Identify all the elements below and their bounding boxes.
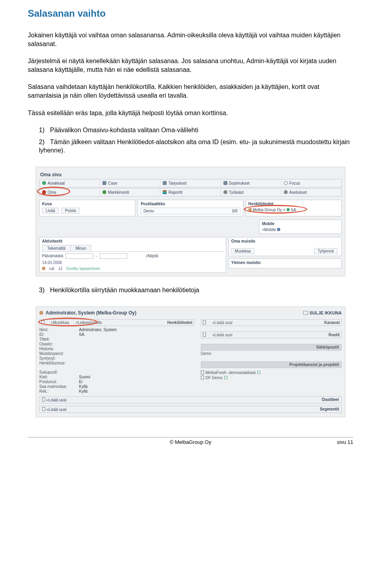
fields-block-1: Nimi:Adminstrator, System ID:SA Titteli:… bbox=[39, 328, 194, 365]
k-osasto: Osasto: bbox=[39, 342, 79, 346]
step-3-text: Henkilökortilla siirrytään muokkaamaan h… bbox=[50, 287, 199, 293]
tools-icon bbox=[223, 190, 227, 194]
screenshot-henkilokortti: Adminstrator, System (Melba-Group Oy) SU… bbox=[36, 307, 345, 417]
tab-case[interactable]: Case bbox=[100, 179, 160, 187]
btn-lisaa[interactable]: Lisää bbox=[42, 208, 59, 214]
tab-tarjoukset[interactable]: Tarjoukset bbox=[160, 179, 221, 187]
panel-aktiv-title: Aktiviteetit bbox=[42, 239, 223, 243]
panel-yleinen-title: Yleinen muistio bbox=[231, 260, 339, 265]
step-2-text: Tämän jälkeen valitaan Henkilötiedot-ala… bbox=[39, 139, 350, 154]
sahko-value: Demo bbox=[201, 351, 342, 356]
fields-block-2: Sukupuoli: Kieli:Suomi Poistunut:Ei Saa … bbox=[39, 370, 194, 393]
panel-mobile: Mobile >Mobile bbox=[259, 220, 342, 234]
tab-asetukset-label: Asetukset bbox=[289, 190, 307, 195]
panel-oma-muistio: Oma muistio Muokkaa Tyhjennä bbox=[229, 237, 342, 256]
btn-tyhjenna[interactable]: Tyhjennä bbox=[314, 248, 337, 254]
tab-sopimukset-label: Sopimukset bbox=[229, 181, 250, 185]
page-footer: © MelbaGroup Oy sivu 11 bbox=[28, 437, 353, 445]
panel-postilaatikko: Postilaatikko Demo 0/0 bbox=[138, 200, 243, 216]
subtab-minun[interactable]: Minun bbox=[70, 245, 91, 251]
page-title: Salasanan vaihto bbox=[28, 0, 353, 31]
date-from-input[interactable] bbox=[65, 253, 93, 259]
v-id: SA bbox=[79, 332, 84, 337]
bar-henkilotiedot: Henkilötiedot bbox=[167, 320, 192, 325]
action-bar: »Muokkaa >Leikepöydälle Henkilötiedot bbox=[39, 319, 194, 326]
k-rek: Rek.: bbox=[39, 389, 79, 393]
show-link[interactable]: >Näytä bbox=[146, 254, 158, 258]
tab-raportit[interactable]: Raportit bbox=[160, 189, 221, 196]
k-titteli: Titteli: bbox=[39, 337, 79, 341]
panel-aktiviteetit: Aktiviteetit Tekemättä Minun Päivämäärä … bbox=[39, 237, 226, 273]
panel-omamuistio-title: Oma muistio bbox=[231, 239, 339, 243]
bar-osoitteet: »Lisää uusi Osoitteet bbox=[39, 396, 342, 403]
subtab-tekematta[interactable]: Tekemättä bbox=[42, 245, 71, 251]
mobile-link[interactable]: >Mobile bbox=[262, 227, 339, 232]
tab-case-label: Case bbox=[108, 181, 117, 185]
date-to-input[interactable] bbox=[100, 253, 127, 259]
label-segmentit: Segmentit bbox=[320, 407, 339, 412]
doc-icon bbox=[203, 320, 206, 324]
para-2: Järjestelmä ei näytä kenellekään käyttäj… bbox=[28, 57, 353, 74]
chart-icon bbox=[163, 190, 167, 194]
step-1: 1)Päävalikon Omasivu-kohdasta valitaan O… bbox=[39, 126, 353, 135]
panel-kuva-title: Kuva bbox=[42, 202, 133, 206]
v-poistunut: Ei bbox=[79, 380, 83, 384]
oma-sivu-heading: Oma sivu bbox=[39, 170, 342, 179]
panel-yleinen-muistio: Yleinen muistio bbox=[229, 258, 342, 268]
proj-1-label: MelbaFresh -demoasiakkaat bbox=[206, 370, 256, 375]
link-lisaa-roolit[interactable]: »Lisää uusi bbox=[212, 333, 233, 337]
k-nimi: Nimi: bbox=[39, 328, 79, 332]
tab-raportit-label: Raportit bbox=[168, 190, 182, 195]
case-icon bbox=[102, 181, 106, 185]
doc-icon bbox=[42, 397, 45, 401]
aktiv-date-row: 14.03.2008 bbox=[42, 260, 223, 265]
link-lisaa-kanavat[interactable]: »Lisää uusi bbox=[212, 320, 233, 325]
tab-markkinointi[interactable]: Markkinointi bbox=[100, 189, 160, 196]
settings-icon bbox=[284, 190, 288, 194]
link-lisaa-segmentit[interactable]: »Lisää uusi bbox=[46, 407, 67, 412]
tabrow-2: Oma Markkinointi Raportit Työkalut Asetu… bbox=[39, 188, 342, 197]
close-window[interactable]: SULJE IKKUNA bbox=[303, 310, 342, 315]
label-roolit: Roolit bbox=[329, 333, 340, 337]
doc-icon bbox=[42, 407, 45, 411]
k-saamainostaa: Saa mainostaa: bbox=[39, 384, 79, 389]
printer-icon bbox=[303, 311, 308, 315]
postbox-row[interactable]: Demo 0/0 bbox=[140, 208, 240, 214]
highlight-muokkaa bbox=[38, 318, 98, 326]
k-historia: Historia: bbox=[39, 347, 79, 351]
tab-sopimukset[interactable]: Sopimukset bbox=[221, 179, 281, 187]
proj-item-1[interactable]: MelbaFresh -demoasiakkaat bbox=[201, 370, 342, 375]
contract-icon bbox=[223, 181, 227, 185]
tab-asiakkaat[interactable]: Asiakkaat bbox=[40, 179, 100, 187]
step-2: 2)Tämän jälkeen valitaan Henkilötiedot-a… bbox=[39, 138, 353, 155]
aktiv-subtabs: Tekemättä Minun bbox=[42, 245, 223, 252]
proj-item-2[interactable]: DF Demo bbox=[201, 376, 342, 380]
mobile-icon bbox=[277, 228, 280, 231]
k-syntynyt: Syntynyt: bbox=[39, 356, 79, 361]
tab-asetukset[interactable]: Asetukset bbox=[281, 189, 341, 196]
tab-tyokalut-label: Työkalut bbox=[229, 190, 244, 195]
tab-tyokalut[interactable]: Työkalut bbox=[221, 189, 281, 196]
btn-poista[interactable]: Poista bbox=[62, 208, 80, 214]
ext-link-icon bbox=[257, 371, 260, 374]
label-sahkopostit: Sähköpostit bbox=[316, 345, 339, 349]
aktiv-jj: JJ bbox=[58, 266, 62, 271]
aktiv-item-row[interactable]: cal JJ Sovittu tapaaminen bbox=[42, 266, 223, 271]
mobile-link-text: >Mobile bbox=[262, 227, 276, 232]
highlight-henkilotiedot bbox=[244, 205, 307, 214]
folder-icon bbox=[201, 370, 204, 374]
tab-markkinointi-label: Markkinointi bbox=[108, 190, 129, 195]
close-label: SULJE IKKUNA bbox=[310, 310, 342, 315]
aktiv-cal: cal bbox=[49, 266, 54, 271]
k-kieli: Kieli: bbox=[39, 375, 79, 379]
person-card-icon bbox=[39, 311, 43, 315]
btn-muokkaa[interactable]: Muokkaa bbox=[231, 248, 255, 254]
tab-focus[interactable]: Focus bbox=[281, 179, 341, 187]
card-header: Adminstrator, System (Melba-Group Oy) SU… bbox=[39, 309, 342, 316]
date-label: Päivämäärä bbox=[42, 254, 63, 258]
link-lisaa-osoitteet[interactable]: »Lisää uusi bbox=[46, 398, 67, 402]
folder-icon bbox=[201, 376, 204, 380]
step-1-text: Päävalikon Omasivu-kohdasta valitaan Oma… bbox=[50, 127, 198, 133]
card-header-name: Adminstrator, System (Melba-Group Oy) bbox=[46, 310, 137, 316]
aktiv-text: Sovittu tapaaminen bbox=[66, 266, 100, 271]
